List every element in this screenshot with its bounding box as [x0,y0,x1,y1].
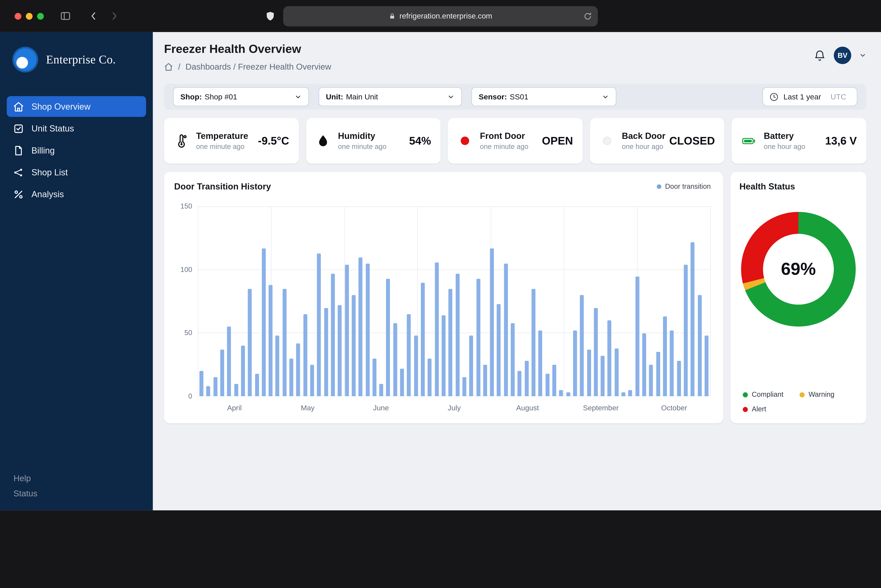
bar [670,331,674,396]
bar [289,358,293,396]
bar [462,377,466,396]
sidebar-item-analysis[interactable]: Analysis [7,184,146,205]
red-dot-icon [457,136,473,145]
window-controls [15,13,44,20]
kpi-value: -9.5°C [258,134,289,147]
sidebar-toggle-icon[interactable] [60,10,71,22]
legend-item-compliant: Compliant [743,391,797,399]
kpi-title: Back Door [622,131,662,141]
bar [469,336,473,396]
legend-label: Warning [809,391,835,399]
avatar[interactable]: BV [834,47,851,64]
bar [255,374,259,396]
bar [518,371,521,396]
sidebar-nav: Shop OverviewUnit StatusBillingShop List… [0,96,153,204]
logo[interactable]: Enterprise Co. [0,32,153,73]
page: refrigeration.enterprise.com Enterprise … [0,0,881,510]
sidebar-item-shop-list[interactable]: Shop List [7,162,146,183]
bar [324,308,328,396]
bar [656,352,660,396]
forward-icon[interactable] [109,11,120,21]
shop-select[interactable]: Shop: Shop #01 [173,87,309,106]
bar [677,361,681,396]
kpi-value: 13,6 V [825,134,857,147]
bar [234,384,238,396]
x-tick-label: July [448,404,461,412]
chevron-down-icon [447,93,454,100]
bar [227,327,231,396]
sidebar-item-billing[interactable]: Billing [7,140,146,161]
x-tick-label: April [227,404,242,412]
main-content: Freezer Health Overview / Dashboards / F… [153,32,881,510]
legend-label: Compliant [752,391,784,399]
notifications-bell-icon[interactable] [814,49,826,62]
bar [691,242,695,396]
y-axis: 050100150 [174,206,193,396]
zoom-window-button[interactable] [37,13,44,20]
bar [400,368,404,396]
bar [614,348,619,396]
bar [366,264,369,396]
health-legend: CompliantWarningAlert [739,391,857,417]
breadcrumb-text[interactable]: Dashboards / Freezer Health Overview [186,62,331,71]
sidebar-item-label: Unit Status [31,123,74,134]
gray-dot-icon [599,136,614,145]
bar [490,249,494,396]
legend-dot-icon [743,392,748,397]
bar [635,276,639,396]
refresh-icon[interactable] [583,12,592,21]
bar [331,274,335,396]
legend-dot-icon [743,406,748,412]
page-header: Freezer Health Overview / Dashboards / F… [164,42,866,71]
sidebar-item-shop-overview[interactable]: Shop Overview [7,96,146,117]
bar [262,249,265,396]
bar [455,274,459,396]
kpi-subtitle: one hour ago [764,143,805,151]
clock-icon [769,92,779,101]
unit-select[interactable]: Unit: Main Unit [319,87,462,106]
legend-label: Alert [752,405,766,413]
time-range-select[interactable]: Last 1 year UTC [763,87,857,106]
avatar-chevron-down-icon[interactable] [859,52,866,59]
kpi-subtitle: one minute ago [338,143,387,151]
bar [220,350,224,396]
bar [442,315,445,396]
x-axis: AprilMayJuneJulyAugustSeptemberOctober [198,396,711,419]
shop-select-value: Shop #01 [205,93,237,101]
breadcrumb-separator: / [178,62,180,71]
close-window-button[interactable] [15,13,21,20]
minimize-window-button[interactable] [26,13,33,20]
bars [198,207,710,396]
bar [545,374,549,396]
sensor-select[interactable]: Sensor: SS01 [471,87,616,106]
sidebar: Enterprise Co. Shop OverviewUnit StatusB… [0,32,153,510]
back-icon[interactable] [88,11,99,21]
footer-link-status[interactable]: Status [13,488,139,498]
legend-dot-icon [800,392,805,397]
sidebar-item-label: Shop List [31,167,68,177]
bar [407,314,411,396]
home-icon[interactable] [164,62,173,71]
kpi-subtitle: one hour ago [622,143,662,151]
legend-item-alert: Alert [743,405,797,413]
privacy-shield-icon[interactable] [265,10,276,22]
address-bar[interactable]: refrigeration.enterprise.com [283,6,598,26]
bar [594,308,598,396]
bar [663,317,667,396]
bar [269,285,273,396]
bar [587,350,591,396]
bar [206,386,210,396]
logo-text: Enterprise Co. [46,52,116,67]
bar [297,343,300,396]
sidebar-item-label: Analysis [31,189,64,199]
bar [552,364,556,396]
bar [199,371,203,396]
sidebar-item-unit-status[interactable]: Unit Status [7,118,146,139]
bar [483,364,487,396]
bar [345,265,349,396]
unit-select-label: Unit: [326,93,343,101]
footer-link-help[interactable]: Help [13,473,139,483]
bar [642,333,646,396]
kpi-row: Temperatureone minute ago-9.5°CHumidityo… [164,118,866,164]
x-tick-label: August [516,404,539,412]
